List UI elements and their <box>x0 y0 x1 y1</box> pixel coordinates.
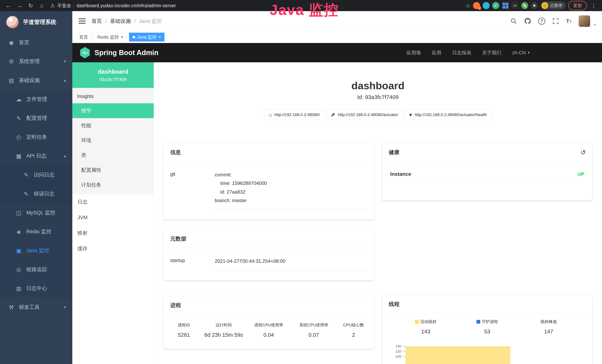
health-instance-label: Instance <box>390 171 411 177</box>
sba-item-performance[interactable]: 性能 <box>72 118 154 133</box>
spring-boot-admin-frame: Spring Boot Admin 应用墙 应用 日志报表 关于我们 zh-CN… <box>72 43 602 364</box>
sidebar-item-label: 研发工具 <box>19 304 40 311</box>
sidebar-item-access-logs[interactable]: ✎ 访问日志 <box>0 165 72 184</box>
sidebar-item-file-management[interactable]: ☁ 文件管理 <box>0 90 72 109</box>
heartbeat-icon: ♥ <box>409 112 412 118</box>
fullscreen-icon[interactable] <box>552 18 559 24</box>
home-icon[interactable]: ⌂ <box>37 1 46 10</box>
sidebar-item-dev-tools[interactable]: ⚒ 研发工具 ▾ <box>0 298 72 317</box>
info-card: 信息 git commit: time: 1596289704000 id: 2… <box>163 143 374 220</box>
sidebar-item-config-management[interactable]: ✎ 配置管理 <box>0 109 72 128</box>
browser-menu-icon[interactable]: ⋮ <box>589 2 598 9</box>
extension-badge: 1 <box>478 6 481 10</box>
threads-chart: 140 120 100 <box>382 344 592 359</box>
health-url-button[interactable]: ♥ http://192.168.0.2:48080/actuator/heal… <box>405 109 492 120</box>
process-column-header: 系统CPU使用率 <box>291 322 336 328</box>
sidebar-item-api-logs[interactable]: ▦ API 日志 ▴ <box>0 147 72 165</box>
metadata-key: startup <box>170 257 215 270</box>
y-tick: 100 <box>390 354 405 359</box>
sba-item-scheduled-tasks[interactable]: 计划任务 <box>72 177 154 192</box>
search-icon[interactable] <box>510 18 517 24</box>
sidebar-item-label: MySQL 监控 <box>26 209 55 216</box>
reload-icon[interactable]: ↻ <box>26 1 35 10</box>
sba-instance-id: 93a3fc7f7409 <box>100 77 127 82</box>
sba-nav-about[interactable]: 关于我们 <box>482 50 501 56</box>
sidebar-item-redis-monitor[interactable]: ◈ Redis 监控 <box>0 222 72 241</box>
sidebar-item-trace[interactable]: ◎ 链路追踪 <box>0 260 72 279</box>
sba-item-classes[interactable]: 类 <box>72 148 154 163</box>
breadcrumb-infrastructure[interactable]: 基础设施 <box>110 18 131 25</box>
github-icon[interactable] <box>524 18 531 25</box>
sidebar-toggle-icon[interactable] <box>79 17 86 25</box>
error-log-icon: ✎ <box>23 191 30 197</box>
sidebar-item-mysql-monitor[interactable]: ◫ MySQL 监控 <box>0 203 72 222</box>
process-column-header: CPU核心数 <box>336 322 371 328</box>
proxy-switch-icon[interactable]: on <box>512 2 519 9</box>
service-url-button[interactable]: ⌂ http://192.168.0.2:48080/ <box>264 109 324 120</box>
sba-item-environment[interactable]: 环境 <box>72 133 154 148</box>
extension-orange-icon[interactable]: 1 <box>473 2 480 9</box>
sba-item-config-props[interactable]: 配置属性 <box>72 163 154 177</box>
process-column: 系统CPU使用率 0.07 <box>291 322 336 338</box>
close-icon[interactable]: × <box>121 35 123 39</box>
actuator-url-button[interactable]: http://192.168.0.2:48080/actuator <box>326 109 403 120</box>
close-icon[interactable]: × <box>158 35 161 39</box>
legend-text: 守护进程 <box>482 319 498 324</box>
sba-header: Spring Boot Admin 应用墙 应用 日志报表 关于我们 zh-CN… <box>72 43 602 62</box>
sidebar-item-infrastructure[interactable]: ▤ 基础设施 ▴ <box>0 71 72 90</box>
extension-grid-icon[interactable] <box>502 2 509 9</box>
mysql-icon: ◫ <box>15 210 22 216</box>
forward-icon[interactable]: → <box>15 1 24 10</box>
instance-id: Id: 93a3fc7f7409 <box>161 94 595 100</box>
tab-home[interactable]: 首页 <box>76 33 92 42</box>
chrome-profile-badge[interactable]: 已暂停 <box>540 1 566 10</box>
sba-nav-applications[interactable]: 应用 <box>432 50 441 56</box>
sidebar-item-log-center[interactable]: ▥ 日志中心 <box>0 279 72 298</box>
sba-language-select[interactable]: zh-CN ▾ <box>512 50 530 56</box>
tab-java-monitor[interactable]: Java 监控 × <box>129 33 164 42</box>
chevron-down-icon: ▾ <box>528 50 530 55</box>
sba-nav: 应用墙 应用 日志报表 关于我们 zh-CN ▾ <box>406 50 530 56</box>
access-log-icon: ✎ <box>23 172 30 178</box>
legend-label: 线程峰值 <box>540 319 557 324</box>
sba-nav-wall[interactable]: 应用墙 <box>406 50 421 56</box>
info-line: branch: master <box>215 196 367 205</box>
sba-item-details[interactable]: 细节 <box>72 103 154 118</box>
extension-drop-icon[interactable] <box>483 2 490 9</box>
dark-extension-icon[interactable] <box>531 2 538 9</box>
breadcrumb-home[interactable]: 首页 <box>92 18 102 25</box>
history-icon[interactable]: ↺ <box>580 149 586 156</box>
app-logo[interactable]: 芋道管理系统 <box>0 11 72 33</box>
chrome-update-button[interactable]: 更新 <box>568 1 587 10</box>
sidebar-item-home[interactable]: ◉ 首页 <box>0 33 72 52</box>
sba-item-caches[interactable]: 缓存 <box>72 241 154 257</box>
sba-nav-journal[interactable]: 日志报表 <box>452 50 471 56</box>
metadata-row: startup 2021-04-27T00:44:31.254+08:00 <box>163 248 374 270</box>
sba-instance-header: dashboard 93a3fc7f7409 <box>72 62 154 88</box>
font-size-icon[interactable]: TT <box>566 18 572 24</box>
health-card: 健康 ↺ Instance UP <box>382 143 592 200</box>
address-bar[interactable]: ⚠ 不安全 dashboard.yudao.iocoder.cn/infra/a… <box>50 3 176 9</box>
tab-label: 首页 <box>79 34 88 40</box>
health-status-badge: UP <box>578 171 584 177</box>
vue-devtools-icon[interactable] <box>492 2 499 9</box>
sidebar-item-java-monitor[interactable]: ▣ Java 监控 <box>0 241 72 260</box>
sidebar-item-error-logs[interactable]: ✎ 错误日志 <box>0 184 72 203</box>
url-text: dashboard.yudao.iocoder.cn/infra/admin-s… <box>76 3 176 8</box>
sidebar-item-label: 定时任务 <box>26 134 47 140</box>
header-actions: ? TT ▾ <box>510 15 596 27</box>
sidebar-item-system[interactable]: ⚙ 系统管理 ▾ <box>0 52 72 71</box>
back-icon[interactable]: ← <box>4 1 13 10</box>
user-avatar[interactable] <box>579 15 590 27</box>
tab-redis-monitor[interactable]: Redis 监控 × <box>94 33 127 42</box>
sba-item-jvm[interactable]: JVM <box>72 210 154 225</box>
actuator-url-label: http://192.168.0.2:48080/actuator <box>338 112 398 117</box>
sba-item-mappings[interactable]: 映射 <box>72 225 154 241</box>
sba-brand-title[interactable]: Spring Boot Admin <box>95 49 159 57</box>
blue-square-icon <box>476 320 480 324</box>
sidebar-item-scheduled-tasks[interactable]: ◴ 定时任务 <box>0 128 72 147</box>
leaf-extension-icon[interactable] <box>521 2 528 9</box>
sba-item-logs[interactable]: 日志 <box>72 194 154 210</box>
help-icon[interactable]: ? <box>538 18 545 25</box>
bookmark-star-icon[interactable]: ☆ <box>465 2 470 9</box>
